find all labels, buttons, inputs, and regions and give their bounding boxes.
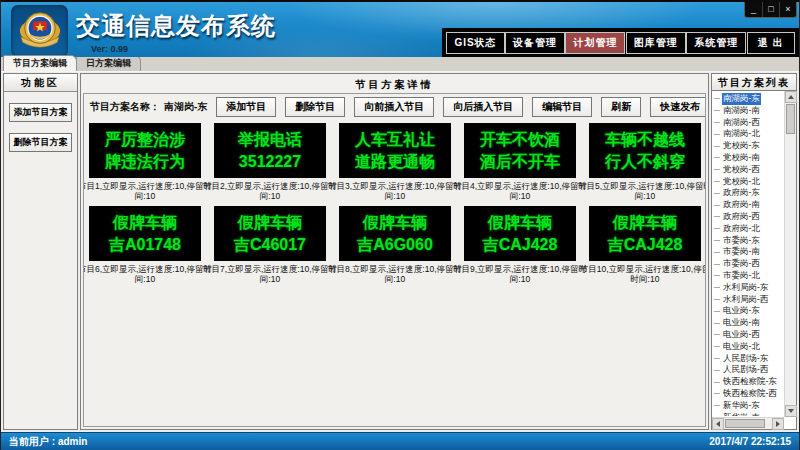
program-caption: 节目10,立即显示,运行速度:10,停留时间:10	[576, 264, 706, 284]
current-user: 当前用户 : admin	[9, 435, 87, 449]
plan-list-item-label: 人民剧场-东	[722, 353, 769, 365]
led-display-2[interactable]: 举报电话3512227	[214, 123, 326, 178]
plan-list-item[interactable]: 政府岗-北	[713, 223, 783, 235]
program-cell-5: 车辆不越线行人不斜穿节目5,立即显示,运行速度:10,停留时间:10	[589, 123, 701, 201]
nav-plan-management[interactable]: 计划管理	[565, 32, 625, 54]
plan-list-item[interactable]: 市委岗-西	[713, 258, 783, 270]
led-text-line2: 3512227	[239, 151, 301, 172]
quick-publish-button[interactable]: 快速发布	[650, 97, 706, 117]
status-bar: 当前用户 : admin 2017/4/7 22:52:15	[1, 432, 799, 450]
horizontal-scrollbar[interactable]	[712, 417, 784, 429]
led-text-line2: 吉A6G060	[357, 234, 433, 255]
plan-list-item-label: 党校岗-东	[722, 140, 761, 152]
nav-system-management[interactable]: 系统管理	[686, 32, 746, 54]
status-datetime: 2017/4/7 22:52:15	[709, 436, 791, 447]
plan-list-item-label: 铁西检察院-东	[722, 376, 778, 388]
program-caption: 节目9,立即显示,运行速度:10,停留时间:10	[451, 264, 589, 284]
led-text-line2: 酒后不开车	[480, 151, 560, 172]
maximize-button[interactable]: □	[762, 2, 779, 17]
delete-program-button[interactable]: 删除节目	[285, 97, 345, 117]
plan-list-item[interactable]: 人民剧场-东	[713, 353, 783, 365]
plan-list-item[interactable]: 铁西检察院-西	[713, 388, 783, 400]
plan-list-item[interactable]: 新华岗-南	[713, 412, 783, 416]
plan-list-item[interactable]: 水利局岗-西	[713, 294, 783, 306]
vertical-scroll-thumb[interactable]	[786, 104, 795, 134]
plan-list-item[interactable]: 市委岗-东	[713, 235, 783, 247]
scroll-left-button[interactable]	[712, 418, 724, 430]
plan-list-item[interactable]: 电业岗-南	[713, 317, 783, 329]
led-display-6[interactable]: 假牌车辆吉A01748	[89, 206, 201, 261]
nav-gis-status[interactable]: GIS状态	[446, 32, 504, 54]
plan-list-item-label: 市委岗-西	[722, 258, 761, 270]
horizontal-scroll-thumb[interactable]	[725, 419, 765, 428]
led-display-9[interactable]: 假牌车辆吉CAJ428	[464, 206, 576, 261]
program-caption: 节目1,立即显示,运行速度:10,停留时间:10	[83, 181, 214, 201]
led-display-10[interactable]: 假牌车辆吉CAJ428	[589, 206, 701, 261]
led-text-line2: 吉A01748	[109, 234, 181, 255]
plan-list-item[interactable]: 市委岗-南	[713, 246, 783, 258]
tab-program-plan-edit[interactable]: 节目方案编辑	[3, 55, 77, 71]
program-cell-2: 举报电话3512227节目2,立即显示,运行速度:10,停留时间:10	[214, 123, 326, 201]
plan-list-item[interactable]: 电业岗-西	[713, 329, 783, 341]
nav-exit-button[interactable]: 退 出	[747, 32, 795, 54]
close-button[interactable]: ×	[779, 2, 796, 17]
scroll-up-button[interactable]	[785, 91, 797, 103]
led-display-5[interactable]: 车辆不越线行人不斜穿	[589, 123, 701, 178]
plan-list-item-label: 电业岗-东	[722, 305, 761, 317]
plan-list-item[interactable]: 南湖岗-西	[713, 117, 783, 129]
program-caption: 节目3,立即显示,运行速度:10,停留时间:10	[326, 181, 464, 201]
program-caption: 节目2,立即显示,运行速度:10,停留时间:10	[201, 181, 339, 201]
plan-list-item[interactable]: 党校岗-东	[713, 140, 783, 152]
plan-list-item[interactable]: 政府岗-西	[713, 211, 783, 223]
current-user-label: 当前用户 :	[9, 436, 55, 447]
scroll-right-button[interactable]	[772, 418, 784, 430]
plan-list-item[interactable]: 政府岗-东	[713, 187, 783, 199]
plan-list-item[interactable]: 电业岗-北	[713, 341, 783, 353]
plan-list-item[interactable]: 铁西检察院-东	[713, 376, 783, 388]
program-cell-7: 假牌车辆吉C46017节目7,立即显示,运行速度:10,停留时间:10	[214, 206, 326, 284]
scroll-down-button[interactable]	[785, 405, 797, 417]
refresh-button[interactable]: 刷新	[601, 97, 641, 117]
delete-program-plan-button[interactable]: 删除节目方案	[9, 133, 72, 152]
program-cell-1: 严厉整治涉牌违法行为节目1,立即显示,运行速度:10,停留时间:10	[89, 123, 201, 201]
plan-list-item-label: 市委岗-南	[722, 246, 761, 258]
plan-list-item[interactable]: 党校岗-北	[713, 176, 783, 188]
plan-list-item-label: 政府岗-东	[722, 187, 761, 199]
tab-bar: 节目方案编辑日方案编辑	[1, 57, 799, 72]
led-display-3[interactable]: 人车互礼让道路更通畅	[339, 123, 451, 178]
led-text-line2: 吉CAJ428	[608, 234, 683, 255]
plan-list-title: 节目方案列表	[711, 73, 797, 91]
plan-list-item[interactable]: 南湖岗-北	[713, 128, 783, 140]
led-text-line1: 举报电话	[238, 129, 302, 150]
plan-list-item[interactable]: 南湖岗-南	[713, 105, 783, 117]
add-program-button[interactable]: 添加节目	[216, 97, 276, 117]
vertical-scrollbar[interactable]	[784, 91, 796, 417]
plan-list-item[interactable]: 南湖岗-东	[713, 93, 783, 105]
plan-list-item-label: 政府岗-西	[722, 211, 761, 223]
plan-list-item[interactable]: 电业岗-东	[713, 305, 783, 317]
led-text-line1: 假牌车辆	[238, 212, 302, 233]
plan-list-item[interactable]: 政府岗-南	[713, 199, 783, 211]
led-display-8[interactable]: 假牌车辆吉A6G060	[339, 206, 451, 261]
minimize-button[interactable]: _	[745, 2, 762, 17]
plan-list-item[interactable]: 新华岗-东	[713, 400, 783, 412]
nav-gallery-management[interactable]: 图库管理	[626, 32, 686, 54]
plan-list-item[interactable]: 市委岗-北	[713, 270, 783, 282]
plan-list-item-label: 党校岗-南	[722, 152, 761, 164]
plan-list-item[interactable]: 水利局岗-东	[713, 282, 783, 294]
plan-list-item[interactable]: 党校岗-西	[713, 164, 783, 176]
insert-after-button[interactable]: 向后插入节目	[443, 97, 523, 117]
nav-device-management[interactable]: 设备管理	[505, 32, 565, 54]
led-display-7[interactable]: 假牌车辆吉C46017	[214, 206, 326, 261]
add-program-plan-button[interactable]: 添加节目方案	[9, 103, 72, 122]
insert-before-button[interactable]: 向前插入节目	[354, 97, 434, 117]
led-text-line2: 吉C46017	[234, 234, 306, 255]
led-text-line1: 假牌车辆	[613, 212, 677, 233]
plan-list-item[interactable]: 人民剧场-西	[713, 364, 783, 376]
tab-day-plan-edit[interactable]: 日方案编辑	[76, 55, 141, 71]
edit-program-button[interactable]: 编辑节目	[532, 97, 592, 117]
led-display-4[interactable]: 开车不饮酒酒后不开车	[464, 123, 576, 178]
plan-list-item[interactable]: 党校岗-南	[713, 152, 783, 164]
led-display-1[interactable]: 严厉整治涉牌违法行为	[89, 123, 201, 178]
plan-list-item-label: 政府岗-北	[722, 223, 761, 235]
